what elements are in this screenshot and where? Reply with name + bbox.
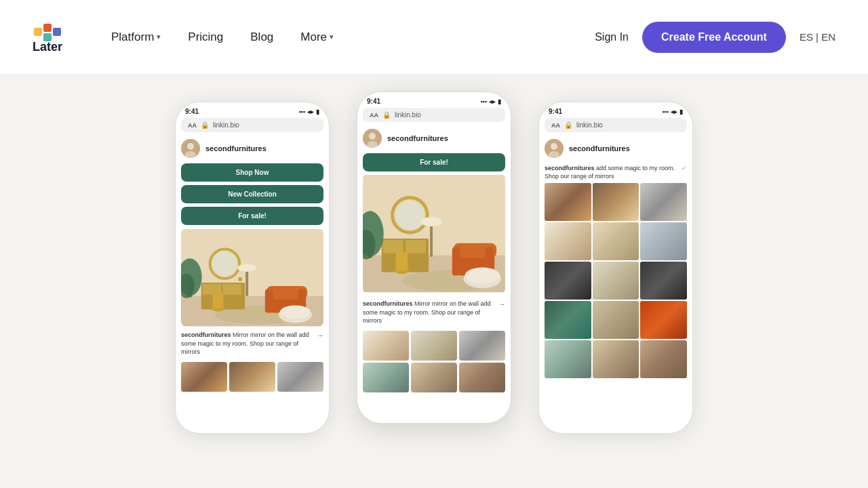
feed-thumbs-row2 (363, 363, 505, 392)
svg-point-43 (396, 201, 425, 229)
profile-row-1: secondfurnitures (181, 136, 323, 163)
caption-user-1: secondfurnitures (181, 331, 231, 338)
grid-cell-3[interactable] (640, 183, 687, 221)
svg-rect-0 (34, 28, 42, 36)
avatar-1 (181, 139, 200, 158)
url-bar-1: AA 🔒 linkin.bio (181, 118, 323, 132)
wifi-icon-2: ◂▸ (489, 98, 496, 105)
more-label: More (300, 30, 327, 44)
svg-rect-28 (213, 293, 224, 309)
battery-icon-3: ▮ (679, 108, 683, 115)
avatar-2 (363, 129, 382, 148)
nav-links: Platform ▾ Pricing Blog More ▾ (100, 25, 595, 49)
hero-section: 9:41 ▪▪▪ ◂▸ ▮ AA 🔒 linkin.bio (0, 75, 868, 454)
grid-container (545, 183, 687, 378)
nav-right: Sign In Create Free Account ES | EN (595, 22, 835, 53)
signal-icon-2: ▪▪▪ (480, 98, 487, 105)
lang-es[interactable]: ES (800, 31, 813, 43)
aa-text-3: AA (551, 122, 560, 129)
nav-platform[interactable]: Platform ▾ (100, 25, 172, 49)
grid-cell-2[interactable] (593, 183, 639, 221)
wifi-icon-3: ◂▸ (671, 108, 677, 115)
pricing-label: Pricing (188, 30, 223, 44)
grid-cell-11[interactable] (593, 301, 639, 339)
grid-cell-8[interactable] (593, 262, 639, 300)
svg-point-26 (237, 264, 256, 272)
signal-icon-3: ▪▪▪ (662, 108, 669, 115)
time-3: 9:41 (549, 108, 562, 115)
grid-cell-7[interactable] (545, 262, 591, 300)
svg-point-31 (369, 133, 376, 140)
logo[interactable]: Later (33, 22, 68, 52)
grid-cell-10[interactable] (545, 301, 591, 339)
shop-now-button[interactable]: Shop Now (181, 163, 323, 182)
profile-name-2: secondfurnitures (387, 134, 448, 142)
aa-text-2: AA (370, 112, 378, 119)
svg-point-51 (420, 217, 442, 226)
nav-more[interactable]: More ▾ (290, 25, 344, 49)
grid-cell-15[interactable] (640, 340, 687, 378)
feed-thumb-2f (459, 363, 505, 392)
status-icons-3: ▪▪▪ ◂▸ ▮ (662, 108, 683, 115)
profile-row-3: secondfurnitures (545, 136, 687, 163)
grid-cell-14[interactable] (593, 340, 639, 378)
status-icons-2: ▪▪▪ ◂▸ ▮ (480, 98, 501, 105)
create-account-button[interactable]: Create Free Account (642, 22, 786, 53)
post-image-1 (181, 228, 323, 327)
grid-cell-12[interactable] (640, 301, 687, 339)
language-selector[interactable]: ES | EN (800, 31, 835, 43)
svg-point-18 (213, 251, 237, 276)
lang-en[interactable]: EN (821, 31, 835, 43)
feed-thumb-2e (411, 363, 457, 392)
thumbnail-1b (229, 362, 275, 392)
wifi-icon: ◂▸ (307, 108, 314, 115)
for-sale-button[interactable]: For sale! (181, 207, 323, 225)
sign-in-button[interactable]: Sign In (595, 31, 629, 43)
feed-thumb-2a (363, 331, 409, 361)
caption-text-2: secondfurnitures Mirror mirror on the wa… (363, 300, 496, 325)
feed-thumbs-row1 (363, 331, 505, 361)
svg-rect-50 (430, 223, 433, 257)
feed-thumb-2c (459, 331, 505, 361)
signal-icon: ▪▪▪ (298, 108, 305, 115)
new-collection-button[interactable]: New Collection (181, 185, 323, 203)
post-caption-1: secondfurnitures Mirror mirror on the wa… (181, 327, 323, 359)
navbar: Later Platform ▾ Pricing Blog More ▾ Sig… (0, 0, 868, 75)
svg-rect-1 (43, 24, 52, 32)
url-text-2: linkin.bio (395, 111, 421, 119)
battery-icon-2: ▮ (498, 98, 501, 105)
grid-cell-9[interactable] (640, 262, 687, 300)
lang-separator: | (816, 31, 818, 43)
lock-icon-1: 🔒 (201, 121, 209, 129)
phone-mockup-2: 9:41 ▪▪▪ ◂▸ ▮ AA 🔒 linkin.bio (357, 92, 511, 424)
grid-description: secondfurnitures add some magic to my ro… (545, 163, 687, 183)
arrow-icon-1: → (317, 331, 323, 340)
url-text-1: linkin.bio (213, 121, 239, 129)
battery-icon: ▮ (316, 108, 319, 115)
grid-cell-6[interactable] (640, 222, 687, 260)
grid-desc-user: secondfurnitures (545, 165, 595, 171)
status-icons-1: ▪▪▪ ◂▸ ▮ (298, 108, 319, 115)
svg-rect-3 (53, 28, 61, 36)
url-bar-2: AA 🔒 linkin.bio (363, 108, 505, 122)
nav-pricing[interactable]: Pricing (177, 25, 234, 49)
grid-cell-13[interactable] (545, 340, 591, 378)
svg-rect-21 (265, 289, 273, 313)
svg-point-49 (465, 268, 500, 284)
platform-chevron-icon: ▾ (157, 33, 161, 41)
grid-cell-4[interactable] (545, 222, 591, 260)
nav-blog[interactable]: Blog (239, 25, 284, 49)
phone-mockup-3: 9:41 ▪▪▪ ◂▸ ▮ AA 🔒 linkin.bio (538, 102, 693, 434)
feed-image-main (363, 174, 505, 293)
grid-cell-1[interactable] (545, 183, 591, 221)
post-caption-2: secondfurnitures Mirror mirror on the wa… (363, 296, 505, 328)
svg-rect-38 (406, 240, 426, 253)
time-2: 9:41 (367, 98, 380, 105)
profile-row-2: secondfurnitures (363, 126, 505, 153)
for-sale-btn-2[interactable]: For sale! (363, 153, 505, 171)
grid-cell-5[interactable] (593, 222, 639, 260)
status-bar-3: 9:41 ▪▪▪ ◂▸ ▮ (539, 102, 692, 118)
svg-point-24 (280, 306, 311, 319)
thumbnail-1c (277, 362, 323, 392)
status-bar-2: 9:41 ▪▪▪ ◂▸ ▮ (357, 92, 511, 108)
